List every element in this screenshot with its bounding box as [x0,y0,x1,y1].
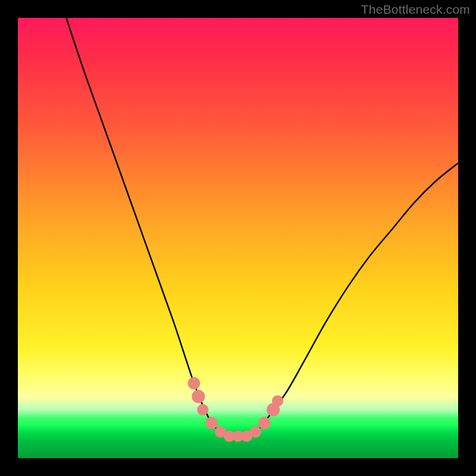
curve-marker [205,416,218,429]
curve-marker [192,390,205,403]
watermark-text: TheBottleneck.com [361,2,470,17]
curve-marker [258,416,271,429]
curve-marker [272,395,283,406]
outer-frame: TheBottleneck.com [0,0,476,476]
bottleneck-curve-path [66,18,458,437]
curve-marker [250,426,261,437]
bottleneck-curve-svg [18,18,458,458]
curve-marker [188,377,201,390]
curve-marker [197,404,208,415]
curve-markers [188,377,284,442]
plot-area [18,18,458,458]
